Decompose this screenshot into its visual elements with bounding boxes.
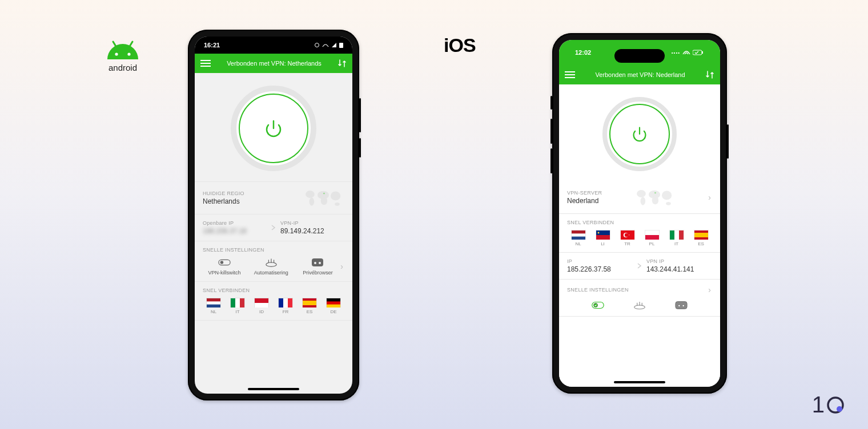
app-header: Verbonden met VPN: Netherlands bbox=[195, 54, 352, 73]
flag-nl[interactable]: NL bbox=[203, 298, 224, 314]
svg-point-13 bbox=[335, 203, 340, 206]
automation-button[interactable]: Automatisering bbox=[250, 257, 293, 276]
region-value: Netherlands bbox=[203, 197, 244, 205]
svg-rect-51 bbox=[572, 230, 585, 233]
flag-id[interactable]: ID bbox=[251, 298, 272, 314]
svg-rect-31 bbox=[255, 298, 268, 303]
svg-point-74 bbox=[682, 305, 685, 307]
svg-point-6 bbox=[315, 43, 319, 47]
svg-rect-41 bbox=[702, 51, 703, 54]
svg-point-42 bbox=[637, 190, 646, 197]
brand-logo: 1 bbox=[812, 392, 845, 418]
status-time: 12:02 bbox=[575, 49, 591, 56]
svg-point-73 bbox=[678, 305, 681, 307]
svg-point-47 bbox=[666, 202, 672, 205]
server-row[interactable]: VPN-SERVER Nederland › bbox=[559, 181, 720, 214]
svg-rect-39 bbox=[327, 298, 340, 301]
privatebrowser-label: Privébrowser bbox=[303, 270, 333, 276]
svg-rect-36 bbox=[303, 301, 316, 305]
svg-point-16 bbox=[220, 261, 224, 264]
power-button[interactable] bbox=[231, 86, 316, 171]
flag-nl[interactable]: NL bbox=[567, 230, 589, 246]
menu-icon[interactable] bbox=[565, 71, 575, 78]
flag-tr[interactable]: TR bbox=[616, 230, 638, 246]
flag-pl[interactable]: PL bbox=[641, 230, 663, 246]
menu-icon[interactable] bbox=[200, 60, 211, 67]
android-logo: android bbox=[105, 40, 140, 72]
status-icons: •••• bbox=[672, 50, 704, 55]
svg-point-11 bbox=[321, 197, 328, 205]
flag-li[interactable]: LI bbox=[592, 230, 614, 246]
region-row[interactable]: HUIDIGE REGIO Netherlands bbox=[195, 181, 352, 214]
svg-point-22 bbox=[314, 262, 316, 264]
svg-point-43 bbox=[641, 197, 646, 205]
privatebrowser-button[interactable] bbox=[662, 300, 701, 310]
quick-settings-label: SNELLE INSTELLINGEN bbox=[567, 287, 629, 293]
chevron-right-icon bbox=[271, 225, 276, 230]
transfer-icon[interactable] bbox=[705, 70, 714, 79]
vpn-ip-value: 89.149.24.212 bbox=[280, 227, 344, 235]
header-title: Verbonden met VPN: Nederland bbox=[575, 71, 705, 78]
app-header: Verbonden met VPN: Nederland bbox=[559, 65, 720, 84]
server-label: VPN-SERVER bbox=[567, 190, 602, 196]
map-icon bbox=[633, 187, 676, 208]
svg-point-5 bbox=[837, 406, 842, 412]
vpn-ip-label: VPN-IP bbox=[280, 220, 344, 226]
flag-fr[interactable]: FR bbox=[275, 298, 296, 314]
ip-row: IP 185.226.37.58 VPN IP 143.244.41.141 bbox=[559, 253, 720, 280]
flag-es[interactable]: ES bbox=[299, 298, 320, 314]
svg-point-67 bbox=[593, 303, 597, 307]
svg-point-2 bbox=[115, 52, 118, 55]
quick-connect: SNEL VERBINDEN NLLITRPLITES bbox=[559, 214, 720, 253]
vpn-ip-label: VPN IP bbox=[646, 258, 712, 264]
killswitch-button[interactable] bbox=[578, 300, 617, 310]
svg-rect-63 bbox=[670, 230, 674, 240]
automation-button[interactable] bbox=[620, 300, 658, 310]
region-label: HUIDIGE REGIO bbox=[203, 191, 244, 196]
automation-label: Automatisering bbox=[254, 270, 288, 276]
header-title: Verbonden met VPN: Netherlands bbox=[211, 60, 337, 67]
quick-settings: SNELLE INSTELLINGEN VPN-killswitch Autom… bbox=[195, 241, 352, 282]
svg-point-23 bbox=[319, 262, 321, 264]
quick-connect-label: SNEL VERBINDEN bbox=[203, 288, 344, 293]
flag-de[interactable]: DE bbox=[323, 298, 344, 314]
svg-rect-21 bbox=[312, 258, 323, 266]
public-ip-label: Openbare IP bbox=[203, 220, 267, 226]
svg-rect-29 bbox=[231, 298, 235, 307]
map-icon bbox=[302, 188, 344, 208]
chevron-right-icon[interactable]: › bbox=[339, 262, 344, 271]
flag-it[interactable]: IT bbox=[665, 230, 688, 246]
flag-it[interactable]: IT bbox=[227, 298, 248, 314]
svg-point-17 bbox=[266, 262, 276, 266]
public-ip-label: IP bbox=[567, 258, 633, 264]
ios-logo: iOS bbox=[444, 34, 476, 56]
svg-point-46 bbox=[662, 191, 672, 200]
svg-point-3 bbox=[127, 52, 130, 55]
svg-rect-26 bbox=[207, 298, 220, 301]
svg-point-45 bbox=[652, 196, 659, 204]
killswitch-button[interactable]: VPN-killswitch bbox=[203, 257, 246, 276]
chevron-right-icon: › bbox=[707, 193, 712, 202]
quick-settings: SNELLE INSTELLINGEN › bbox=[559, 280, 720, 317]
svg-rect-34 bbox=[279, 298, 283, 307]
status-icons bbox=[314, 42, 343, 48]
ios-phone: 12:02 •••• Verbonden met VPN: Nederland … bbox=[552, 33, 727, 394]
svg-point-14 bbox=[323, 193, 325, 195]
svg-rect-7 bbox=[339, 43, 343, 48]
svg-rect-60 bbox=[645, 230, 659, 235]
chevron-right-icon[interactable]: › bbox=[707, 285, 712, 294]
transfer-icon[interactable] bbox=[337, 59, 347, 68]
svg-point-9 bbox=[310, 197, 315, 205]
status-time: 16:21 bbox=[204, 42, 220, 48]
chevron-right-icon bbox=[637, 263, 642, 269]
public-ip-value: 188.206.37.18 bbox=[203, 227, 267, 235]
ip-row: Openbare IP 188.206.37.18 VPN-IP 89.149.… bbox=[195, 214, 352, 241]
svg-point-48 bbox=[654, 192, 656, 194]
svg-rect-72 bbox=[676, 302, 687, 309]
svg-rect-65 bbox=[694, 233, 708, 237]
quick-settings-label: SNELLE INSTELLINGEN bbox=[203, 247, 344, 253]
flag-es[interactable]: ES bbox=[690, 230, 712, 246]
killswitch-label: VPN-killswitch bbox=[208, 270, 240, 276]
power-button[interactable] bbox=[602, 97, 677, 171]
privatebrowser-button[interactable]: Privébrowser bbox=[296, 257, 340, 276]
